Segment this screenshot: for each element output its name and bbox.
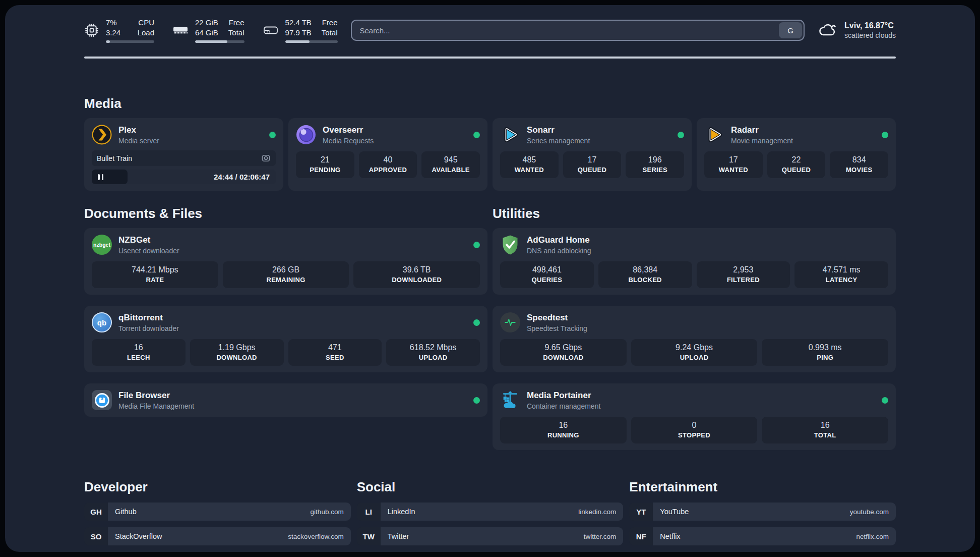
cpu-load-value: 3.24 xyxy=(106,28,120,38)
stat-box: 834MOVIES xyxy=(830,151,888,178)
link-url: netflix.com xyxy=(856,533,889,540)
app-name: qBittorrent xyxy=(118,313,179,323)
stat-box: 17WANTED xyxy=(704,151,763,178)
status-dot-online xyxy=(473,242,480,248)
app-card-sonarr[interactable]: Sonarr Series management 485WANTED 17QUE… xyxy=(493,118,692,191)
radarr-icon xyxy=(704,125,724,145)
pause-icon[interactable] xyxy=(98,174,103,180)
app-card-filebrowser[interactable]: File Browser Media File Management xyxy=(84,383,487,417)
status-dot-online xyxy=(473,397,480,404)
status-dot-online xyxy=(473,319,480,326)
app-card-portainer[interactable]: Media Portainer Container management 16R… xyxy=(493,383,896,450)
ram-icon xyxy=(172,25,189,36)
status-dot-online xyxy=(269,132,276,138)
section-title-entertainment: Entertainment xyxy=(629,479,896,495)
memory-progress-bar xyxy=(195,40,244,43)
filebrowser-icon xyxy=(92,390,112,410)
now-playing-title: Bullet Train xyxy=(97,154,132,162)
sonarr-icon xyxy=(500,125,520,145)
app-card-adguard[interactable]: AdGuard Home DNS and adblocking 498,461Q… xyxy=(493,228,896,295)
playback-elapsed-fill xyxy=(92,170,128,184)
portainer-crane-icon xyxy=(500,390,520,410)
app-card-nzbget[interactable]: nzbget NZBGet Usenet downloader 744.21 M… xyxy=(84,228,487,295)
search-engine-button[interactable]: G xyxy=(779,22,802,38)
session-camera-icon xyxy=(261,153,271,163)
stat-box: 16TOTAL xyxy=(762,417,888,443)
app-name: Plex xyxy=(118,125,159,135)
app-card-speedtest[interactable]: Speedtest Speedtest Tracking 9.65 GbpsDO… xyxy=(493,306,896,372)
weather-condition: scattered clouds xyxy=(844,31,896,39)
memory-total-value: 64 GiB xyxy=(195,28,218,38)
memory-label-bottom: Total xyxy=(228,28,244,38)
app-description: Media Requests xyxy=(323,137,374,145)
link-row-stackoverflow[interactable]: SO StackOverflowstackoverflow.com xyxy=(84,527,351,545)
app-name: Sonarr xyxy=(527,125,590,135)
weather-location-temp: Lviv, 16.87°C xyxy=(844,21,896,30)
search-bar[interactable]: G xyxy=(351,20,805,41)
search-input[interactable] xyxy=(352,21,778,40)
app-description: Media server xyxy=(118,137,159,145)
stat-box: 744.21 MbpsRATE xyxy=(92,261,218,288)
stat-box: 1.19 GbpsDOWNLOAD xyxy=(190,339,284,366)
stat-box: 22QUEUED xyxy=(767,151,826,178)
app-description: Usenet downloader xyxy=(118,247,179,255)
storage-free-value: 52.4 TB xyxy=(285,18,312,28)
stat-box: 16LEECH xyxy=(92,339,186,366)
link-row-github[interactable]: GH Githubgithub.com xyxy=(84,503,351,521)
app-name: Speedtest xyxy=(527,313,587,323)
stat-box: 498,461QUERIES xyxy=(500,261,594,288)
stat-box: 485WANTED xyxy=(500,151,559,178)
app-name: File Browser xyxy=(118,391,194,401)
stat-box: 40APPROVED xyxy=(359,151,417,178)
link-abbr: GH xyxy=(84,503,108,521)
app-card-radarr[interactable]: Radarr Movie management 17WANTED 22QUEUE… xyxy=(697,118,896,191)
link-name: YouTube xyxy=(660,508,689,516)
app-card-plex[interactable]: Plex Media server Bullet Train 24:44 / 0… xyxy=(84,118,283,191)
stat-box: 39.6 TBDOWNLOADED xyxy=(353,261,480,288)
app-name: Overseerr xyxy=(323,125,374,135)
storage-progress-bar xyxy=(285,40,338,43)
link-row-linkedin[interactable]: LI LinkedInlinkedin.com xyxy=(357,503,624,521)
link-row-netflix[interactable]: NF Netflixnetflix.com xyxy=(629,527,896,545)
stat-box: 16RUNNING xyxy=(500,417,627,443)
stat-box: 196SERIES xyxy=(626,151,684,178)
app-description: Speedtest Tracking xyxy=(527,324,587,332)
app-card-overseerr[interactable]: Overseerr Media Requests 21PENDING 40APP… xyxy=(288,118,487,191)
app-description: DNS and adblocking xyxy=(527,247,591,255)
link-url: twitter.com xyxy=(584,533,617,540)
link-row-youtube[interactable]: YT YouTubeyoutube.com xyxy=(629,503,896,521)
top-bar: 7%CPU 3.24Load 22 GiBFree 64 GiBTotal xyxy=(84,17,896,43)
cpu-progress-fill xyxy=(106,40,110,43)
playback-progress-bar[interactable]: 24:44 / 02:06:47 xyxy=(92,170,276,184)
link-url: stackoverflow.com xyxy=(288,533,343,540)
weather-widget: Lviv, 16.87°C scattered clouds xyxy=(818,21,896,39)
section-title-developer: Developer xyxy=(84,479,351,495)
storage-label-top: Free xyxy=(322,18,338,28)
stat-box: 21PENDING xyxy=(296,151,354,178)
cpu-label-top: CPU xyxy=(138,18,154,28)
status-dot-online xyxy=(678,132,684,138)
stat-box: 945AVAILABLE xyxy=(421,151,480,178)
link-group-entertainment: Entertainment YT YouTubeyoutube.com NF N… xyxy=(629,479,896,552)
hard-drive-icon xyxy=(263,24,279,36)
app-card-qbittorrent[interactable]: qb qBittorrent Torrent downloader 16LEEC… xyxy=(84,306,487,372)
link-url: linkedin.com xyxy=(578,508,616,516)
stat-box: 9.24 GbpsUPLOAD xyxy=(631,339,758,366)
link-row-twitter[interactable]: TW Twittertwitter.com xyxy=(357,527,624,545)
link-abbr: NF xyxy=(629,527,653,545)
nzbget-icon: nzbget xyxy=(92,235,112,255)
playback-time: 24:44 / 02:06:47 xyxy=(214,173,270,181)
dashboard: 7%CPU 3.24Load 22 GiBFree 64 GiBTotal xyxy=(5,5,975,552)
link-name: StackOverflow xyxy=(115,532,162,540)
utilities-column: Utilities AdGuard Home DNS and adblockin… xyxy=(493,206,896,450)
media-grid: Plex Media server Bullet Train 24:44 / 0… xyxy=(84,118,896,191)
stat-box: 47.571 msLATENCY xyxy=(794,261,888,288)
storage-label-bottom: Total xyxy=(322,28,338,38)
status-dot-online xyxy=(473,132,480,138)
header-divider xyxy=(84,57,896,59)
app-name: NZBGet xyxy=(118,235,179,245)
stat-box: 0.993 msPING xyxy=(762,339,888,366)
stat-box: 0STOPPED xyxy=(631,417,758,443)
stat-box: 618.52 MbpsUPLOAD xyxy=(386,339,480,366)
app-description: Container management xyxy=(527,402,600,410)
